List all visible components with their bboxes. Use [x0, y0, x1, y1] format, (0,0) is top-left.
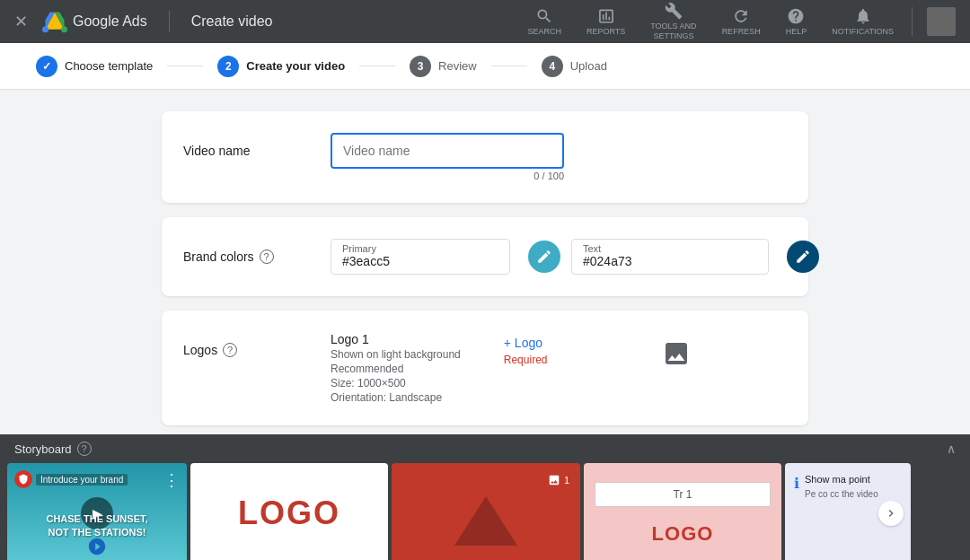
video-name-input[interactable]	[331, 133, 564, 169]
nav-tools[interactable]: TOOLS ANDSETTINGS	[639, 0, 707, 45]
panel-4-logo-text: LOGO	[652, 522, 714, 546]
google-ads-logo-icon	[42, 9, 67, 34]
brand-colors-row: Brand colors ? Primary #3eacc5 Text #024…	[183, 239, 787, 275]
tools-label: TOOLS ANDSETTINGS	[650, 22, 696, 41]
storyboard-header: Storyboard ? ∧	[0, 434, 970, 463]
brand-logo-icon	[87, 537, 107, 556]
avatar[interactable]	[927, 7, 956, 36]
brand-colors-text: Brand colors	[183, 249, 254, 264]
panel-5-info: ℹ Show ma point Pe co cc the video	[794, 474, 878, 501]
search-label: SEARCH	[527, 27, 561, 36]
refresh-label: REFRESH	[722, 27, 761, 36]
nav-refresh[interactable]: REFRESH	[711, 4, 772, 39]
step-choose-template[interactable]: ✓ Choose template	[22, 56, 167, 77]
google-ads-logo: Google Ads	[42, 9, 147, 34]
step-review[interactable]: 3 Review	[395, 56, 491, 77]
help-icon	[787, 7, 805, 25]
shield-icon	[18, 474, 29, 485]
step-3-label: Review	[438, 59, 477, 73]
logo-1-recommended: Recommended	[331, 363, 461, 375]
notifications-label: NOTIFICATIONS	[832, 27, 894, 36]
header-nav-divider	[912, 7, 913, 36]
bell-icon	[854, 7, 872, 25]
reports-icon	[597, 7, 615, 25]
step-separator-2	[359, 66, 395, 66]
step-create-video[interactable]: 2 Create your video	[203, 56, 359, 77]
step-3-circle: 3	[410, 56, 431, 77]
google-ads-text: Google Ads	[73, 13, 147, 30]
panel-intro[interactable]: Introduce your brand ⋮ ▶ CHASE THE SUNSE…	[7, 463, 187, 560]
video-name-row: Video name 0 / 100	[183, 133, 787, 181]
panel-show-main-point[interactable]: ℹ Show ma point Pe co cc the video	[785, 463, 911, 560]
required-text: Required	[504, 354, 548, 366]
panel-5-title: Show ma point	[805, 474, 878, 485]
panel-4-text-box: Tr 1	[595, 482, 771, 507]
logo-1-actions: + Logo Required	[504, 332, 548, 366]
panel-text-logo[interactable]: Tr 1 LOGO	[584, 463, 781, 560]
panel-media[interactable]: 1	[392, 463, 580, 560]
text-color-edit-button[interactable]	[787, 241, 819, 273]
video-name-counter: 0 / 100	[331, 171, 564, 181]
panel-3-count: 1	[564, 475, 569, 486]
brand-colors-label: Brand colors ?	[183, 239, 309, 264]
nav-notifications[interactable]: NOTIFICATIONS	[821, 4, 904, 39]
panel-1-alert-badge	[14, 470, 32, 488]
primary-color-edit-button[interactable]	[528, 241, 560, 273]
step-4-label: Upload	[570, 59, 607, 73]
video-name-input-wrap: 0 / 100	[331, 133, 564, 181]
primary-color-input: Primary #3eacc5	[331, 239, 510, 275]
text-color-input: Text #024a73	[571, 239, 769, 275]
step-1-label: Choose template	[65, 59, 153, 73]
nav-help[interactable]: HELP	[775, 4, 818, 39]
logo-image-placeholder	[662, 332, 691, 371]
pencil-icon-2	[795, 249, 811, 265]
panel-1-badge-area: Introduce your brand	[14, 470, 128, 488]
brand-colors-help-icon[interactable]: ?	[260, 249, 274, 264]
svg-point-3	[42, 26, 48, 32]
panel-3-badge: 1	[548, 474, 569, 486]
add-logo-button[interactable]: + Logo	[504, 336, 542, 350]
text-color-label: Text	[583, 243, 601, 254]
image-icon	[548, 474, 560, 486]
step-separator-1	[167, 66, 203, 66]
text-color-value: #024a73	[583, 254, 632, 268]
logo-1-size: Size: 1000×500	[331, 377, 461, 389]
video-name-label: Video name	[183, 133, 309, 158]
step-2-circle: 2	[217, 56, 239, 77]
logos-row: Logos ? Logo 1 Shown on light background…	[183, 332, 787, 404]
logos-label-text: Logos	[183, 343, 217, 357]
header-nav: SEARCH REPORTS TOOLS ANDSETTINGS REFRESH…	[516, 0, 956, 45]
tools-icon	[665, 2, 683, 20]
reports-label: REPORTS	[586, 27, 625, 36]
close-icon[interactable]: ✕	[14, 12, 28, 31]
panel-logo[interactable]: LOGO	[190, 463, 388, 560]
app-header: ✕ Google Ads Create video SEARCH REPORTS…	[0, 0, 970, 43]
step-1-circle: ✓	[36, 56, 57, 77]
panel-1-logo	[87, 537, 107, 559]
svg-point-4	[61, 26, 67, 32]
panel-1-menu-icon[interactable]: ⋮	[163, 470, 180, 490]
storyboard-help-icon[interactable]: ?	[77, 442, 92, 456]
pencil-icon	[536, 249, 552, 265]
storyboard-bar: Storyboard ? ∧ Introduce your brand ⋮ ▶ …	[0, 434, 970, 560]
header-divider	[169, 11, 170, 32]
logos-label: Logos ?	[183, 332, 309, 357]
image-placeholder-icon	[662, 339, 691, 368]
storyboard-title-text: Storyboard	[14, 442, 72, 456]
logo-1-info: Logo 1 Shown on light background Recomme…	[331, 332, 461, 404]
stepper: ✓ Choose template 2 Create your video 3 …	[0, 43, 970, 90]
logo-1-subtitle: Shown on light background	[331, 348, 461, 361]
panel-5-chevron-button[interactable]	[878, 501, 904, 526]
video-name-card: Video name 0 / 100	[162, 111, 808, 203]
nav-reports[interactable]: REPORTS	[576, 4, 636, 39]
step-upload[interactable]: 4 Upload	[527, 56, 622, 77]
storyboard-collapse-button[interactable]: ∧	[947, 442, 956, 456]
help-label: HELP	[786, 27, 807, 36]
step-2-label: Create your video	[246, 59, 345, 73]
step-separator-3	[491, 66, 527, 66]
logo-1-orientation: Orientation: Landscape	[331, 391, 461, 404]
refresh-icon	[732, 7, 750, 25]
logos-card: Logos ? Logo 1 Shown on light background…	[162, 311, 808, 425]
logos-help-icon[interactable]: ?	[223, 343, 237, 357]
nav-search[interactable]: SEARCH	[516, 4, 572, 39]
